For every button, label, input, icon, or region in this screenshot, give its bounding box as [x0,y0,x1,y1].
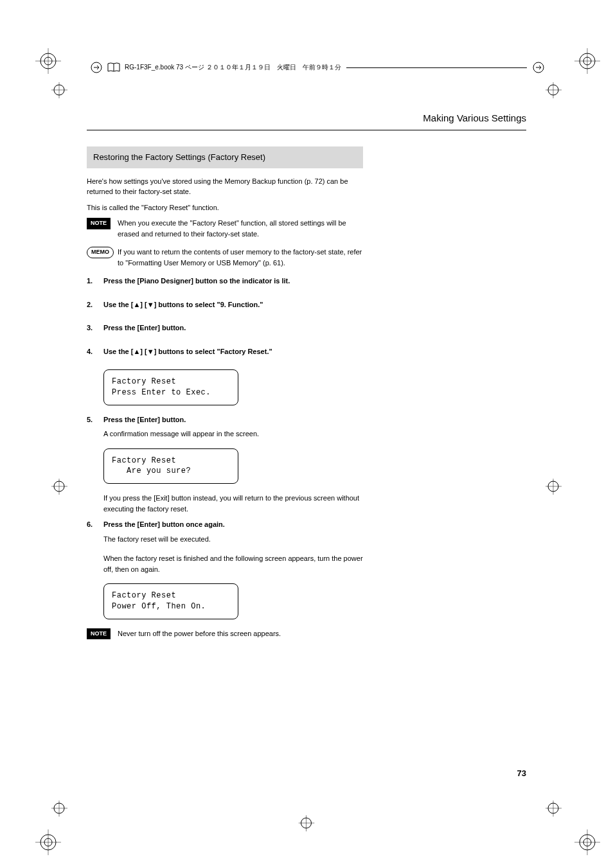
corner-mark-tl [35,48,61,74]
triangle-up-icon [133,348,140,355]
step-title-mid: ] [ [140,301,147,308]
reg-mark [51,801,67,817]
running-header: Making Various Settings [423,112,526,123]
lcd-display-3: Factory Reset Power Off, Then On. [103,583,238,619]
step-title: Press the [Enter] button. [103,414,363,425]
step-4: 4. Use the [] [] buttons to select "Fact… [87,346,363,361]
corner-mark-bl [35,829,61,855]
lcd-display-1: Factory Reset Press Enter to Exec. [103,369,238,405]
memo-block-1: MEMO If you want to return the contents … [87,247,363,268]
step-title: Use the [] [] buttons to select "Factory… [103,346,363,357]
lcd-line: Factory Reset [112,456,230,466]
step-title-suffix: ] buttons to select "9. Function." [154,301,263,308]
step-number: 4. [87,346,103,361]
step-2: 2. Use the [] [] buttons to select "9. F… [87,299,363,314]
intro-para-1: Here's how settings you've stored using … [87,176,363,197]
lcd-line: Press Enter to Exec. [112,387,230,398]
step-5: 5. Press the [Enter] button. A confirmat… [87,414,363,439]
step-5-after-text: If you press the [Exit] button instead, … [103,493,363,514]
note-text-2: Never turn off the power before this scr… [118,628,363,640]
section-title: Restoring the Factory Settings (Factory … [87,146,363,168]
step-1: 1. Press the [Piano Designer] button so … [87,276,363,290]
reg-mark [546,479,562,495]
step-text: When the factory reset is finished and t… [103,553,363,574]
step-title-mid: ] [ [140,348,147,355]
step-number: 5. [87,414,103,439]
print-header-text: RG-1F3F_e.book 73 ページ ２０１０年１月１９日 火曜日 午前９… [125,63,341,72]
arrow-icon [90,61,103,74]
step-title: Press the [Piano Designer] button so the… [103,276,363,287]
memo-badge: MEMO [87,247,114,258]
note-text-1: When you execute the "Factory Reset" fun… [118,218,363,239]
lcd-line: Are you sure? [112,466,230,477]
triangle-up-icon [133,301,140,308]
step-title: Press the [Enter] button once again. [103,519,363,530]
step-number: 1. [87,276,103,290]
lcd-line: Power Off, Then On. [112,601,230,612]
lcd-line: Factory Reset [112,376,230,387]
corner-mark-tr [574,48,600,74]
lcd-display-2: Factory Reset Are you sure? [103,448,238,484]
memo-text-1: If you want to return the contents of us… [118,247,363,268]
step-title: Use the [] [] buttons to select "9. Func… [103,299,363,310]
print-header: RG-1F3F_e.book 73 ページ ２０１０年１月１９日 火曜日 午前９… [90,61,549,74]
triangle-down-icon [147,348,154,355]
reg-mark [51,82,67,98]
step-6: 6. Press the [Enter] button once again. … [87,519,363,574]
reg-mark [546,801,562,817]
arrow-icon [532,61,545,74]
intro-para-2: This is called the "Factory Reset" funct… [87,202,363,213]
note-badge: NOTE [87,628,111,640]
header-rule [87,130,526,130]
step-number: 6. [87,519,103,574]
triangle-down-icon [147,301,154,308]
step-title-prefix: Use the [ [103,348,133,355]
print-header-line [346,67,527,68]
reg-mark [51,479,67,495]
corner-mark-br [574,829,600,855]
step-title-prefix: Use the [ [103,301,133,308]
main-content: Restoring the Factory Settings (Factory … [87,146,363,647]
step-number: 3. [87,323,103,337]
step-3: 3. Press the [Enter] button. [87,323,363,337]
note-block-2: NOTE Never turn off the power before thi… [87,628,363,640]
step-title: Press the [Enter] button. [103,323,363,333]
step-number: 2. [87,299,103,314]
page-number: 73 [517,768,526,778]
book-icon [107,62,121,73]
note-badge: NOTE [87,218,111,229]
step-text: A confirmation message will appear in th… [103,429,363,439]
lcd-line: Factory Reset [112,590,230,601]
reg-mark [546,82,562,98]
step-title-suffix: ] buttons to select "Factory Reset." [154,348,272,355]
step-text: The factory reset will be executed. [103,534,363,545]
note-block-1: NOTE When you execute the "Factory Reset… [87,218,363,239]
reg-mark [299,815,315,831]
